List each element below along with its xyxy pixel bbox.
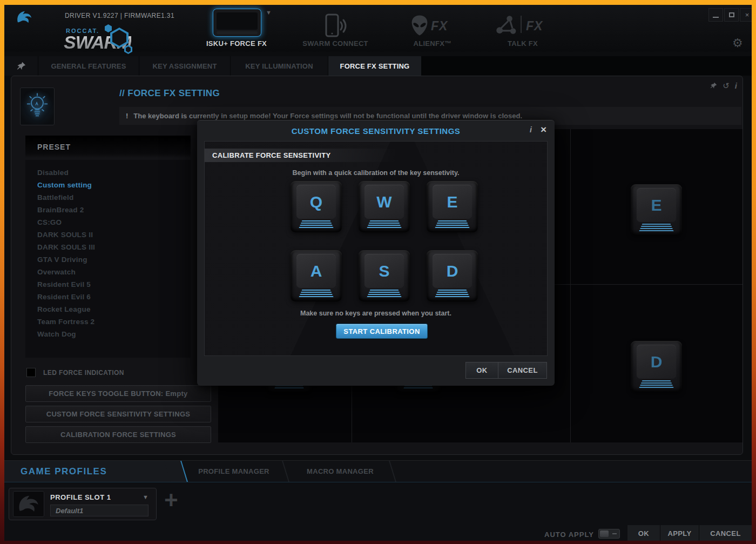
driver-version: DRIVER V1.9227 | FIRMWARE1.31	[65, 12, 174, 19]
footer-divider	[282, 461, 289, 482]
maximize-icon	[729, 12, 734, 17]
preset-item-watch-dog[interactable]: Watch Dog	[37, 328, 191, 340]
tab-general-features[interactable]: GENERAL FEATURES	[38, 56, 139, 76]
tab-key-assignment[interactable]: KEY ASSIGNMENT	[139, 56, 230, 76]
preset-item-battlefield[interactable]: Battlefield	[37, 191, 191, 204]
game-profiles-bar: GAME PROFILES PROFILE MANAGER MACRO MANA…	[4, 460, 752, 482]
calibration-force-settings-button[interactable]: CALIBRATION FORCE SETTINGS	[25, 426, 211, 443]
modal-action-buttons: OK CANCEL	[465, 362, 547, 379]
profile-name-value: Default1	[56, 507, 83, 515]
maximize-button[interactable]	[724, 8, 739, 22]
info-icon[interactable]: i	[735, 82, 737, 90]
window-frame: DRIVER V1.9227 | FIRMWARE1.31 ROCCAT. SW…	[0, 0, 756, 544]
device-dropdown-icon[interactable]: ▼	[266, 9, 272, 16]
toggle-dash	[612, 533, 617, 534]
preset-item-resident-evil-6[interactable]: Resident Evil 6	[37, 291, 191, 303]
key-glow	[299, 290, 334, 298]
start-calibration-button[interactable]: START CALIBRATION	[336, 324, 428, 339]
preset-header: PRESET	[25, 136, 191, 158]
minimize-button[interactable]	[708, 8, 723, 22]
preset-item-team-fortress-2[interactable]: Team Fortress 2	[37, 315, 191, 328]
profile-slot-card: PROFILE SLOT 1 ▼ Default1	[9, 488, 157, 520]
pin-icon	[17, 62, 26, 71]
lightbulb-icon	[25, 92, 49, 121]
modal-title: CUSTOM FORCE SENSITIVITY SETTINGS	[197, 126, 555, 136]
preset-item-dark-souls-3[interactable]: DARK SOULS III	[37, 241, 191, 253]
force-keys-toggle-button[interactable]: FORCE KEYS TOOGLE BUTTON: Empty	[25, 385, 211, 402]
modal-info-icon[interactable]: i	[530, 125, 532, 134]
profile-name-field[interactable]: Default1	[50, 505, 148, 516]
tab-key-illumination[interactable]: KEY ILLUMINATION	[231, 56, 328, 76]
talkfx-fx-text: FX	[526, 19, 543, 33]
ok-button[interactable]: OK	[627, 525, 660, 541]
add-profile-button[interactable]: +	[164, 488, 178, 512]
swarm-connect-icon	[325, 14, 347, 38]
preset-item-custom-setting[interactable]: Custom setting	[37, 179, 191, 191]
modal-keycap-s: S	[359, 250, 410, 301]
footer-action-buttons: OK APPLY CANCEL	[627, 525, 752, 541]
key-glow	[367, 290, 402, 298]
profile-dropdown-icon[interactable]: ▼	[143, 494, 148, 500]
led-force-indication-checkbox[interactable]	[26, 368, 36, 377]
modal-keycap-a: A	[291, 250, 342, 301]
panel-corner-icons: ↺ i	[710, 82, 737, 90]
device-label-alienfx[interactable]: ALIENFX™	[397, 39, 468, 48]
preset-item-overwatch[interactable]: Overwatch	[37, 266, 191, 278]
talkfx-divider	[521, 16, 522, 33]
keyboard-rgb-keys	[217, 12, 258, 30]
tab-macro-manager[interactable]: MACRO MANAGER	[302, 461, 378, 482]
pin-tab[interactable]	[4, 56, 38, 76]
key-glow	[639, 224, 674, 232]
preset-item-gta-v[interactable]: GTA V Driving	[37, 253, 191, 266]
modal-cancel-button[interactable]: CANCEL	[498, 362, 546, 378]
key-label: E	[637, 188, 676, 222]
app-window: DRIVER V1.9227 | FIRMWARE1.31 ROCCAT. SW…	[4, 5, 752, 541]
key-label: S	[364, 254, 404, 288]
calibrate-section-header: CALIBRATE FORCE SENSETIVITY	[205, 149, 396, 162]
apply-button[interactable]: APPLY	[660, 525, 699, 541]
key-glow	[435, 290, 470, 298]
close-button[interactable]: ×	[740, 8, 752, 22]
roccat-logo-icon	[16, 10, 32, 25]
preset-item-disabled[interactable]: Disabled	[37, 166, 191, 179]
talkfx-icon	[495, 15, 517, 36]
preset-item-csgo[interactable]: CS:GO	[37, 216, 191, 229]
footer-divider	[389, 461, 396, 482]
modal-ok-button[interactable]: OK	[466, 362, 498, 378]
bg-keycap-e: E	[631, 184, 682, 236]
calibrate-section-label: CALIBRATE FORCE SENSETIVITY	[212, 151, 330, 159]
modal-close-icon[interactable]: ×	[541, 124, 546, 136]
cancel-button[interactable]: CANCEL	[699, 525, 752, 541]
profile-logo-box	[13, 491, 44, 517]
undo-icon[interactable]: ↺	[723, 82, 730, 90]
alienfx-fx-text: FX	[431, 19, 448, 33]
preset-item-dark-souls-2[interactable]: DARK SOULS II	[37, 229, 191, 241]
toggle-knob	[600, 530, 609, 537]
preset-item-rocket-league[interactable]: Rocket League	[37, 303, 191, 315]
preset-list: Disabled Custom setting Battlefield Brai…	[25, 160, 191, 358]
device-label-talkfx[interactable]: TALK FX	[493, 39, 552, 48]
pin-icon[interactable]	[710, 82, 717, 89]
grid-line	[570, 129, 571, 442]
key-label: A	[296, 254, 336, 288]
device-label-isku[interactable]: ISKU+ FORCE FX	[199, 39, 274, 48]
game-profiles-title: GAME PROFILES	[21, 466, 107, 477]
auto-apply-toggle[interactable]	[598, 529, 620, 539]
roccat-cat-icon	[17, 494, 40, 514]
calibration-panel: CALIBRATE FORCE SENSETIVITY Begin with a…	[204, 141, 548, 356]
device-label-swarm-connect[interactable]: SWARM CONNECT	[295, 39, 376, 48]
key-label: D	[433, 254, 472, 288]
preset-item-resident-evil-5[interactable]: Resident Evil 5	[37, 278, 191, 291]
minimize-icon	[713, 17, 719, 18]
modal-keycap-w: W	[359, 181, 410, 232]
warning-mark: !	[126, 112, 128, 120]
calibration-instruction-1: Begin with a quick calibration of the ke…	[205, 169, 547, 177]
device-keyboard-thumbnail[interactable]	[213, 9, 261, 37]
tab-force-fx-setting[interactable]: FORCE FX SETTING	[328, 56, 421, 76]
preset-item-brainbread[interactable]: BrainBread 2	[37, 204, 191, 216]
custom-force-sensitivity-button[interactable]: CUSTOM FORCE SENSITIVITY SETTINGS	[25, 406, 211, 422]
key-glow	[299, 220, 334, 229]
calibration-instruction-2: Make sure no keys are pressed when you s…	[205, 310, 547, 317]
tab-profile-manager[interactable]: PROFILE MANAGER	[196, 461, 272, 482]
settings-gear-icon[interactable]: ⚙	[732, 36, 743, 50]
